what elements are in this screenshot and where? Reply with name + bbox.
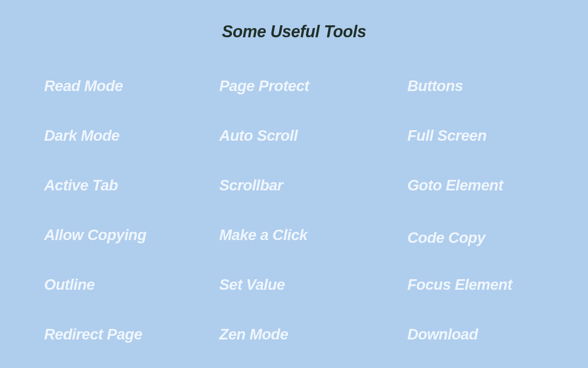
- tool-buttons[interactable]: Buttons: [395, 77, 551, 95]
- tool-full-screen[interactable]: Full Screen: [395, 127, 551, 144]
- tool-download[interactable]: Download: [395, 326, 551, 343]
- tool-focus-element[interactable]: Focus Element: [395, 276, 551, 293]
- tool-active-tab[interactable]: Active Tab: [44, 177, 201, 194]
- tool-goto-element[interactable]: Goto Element: [395, 177, 551, 194]
- tool-dark-mode[interactable]: Dark Mode: [44, 127, 201, 144]
- tool-page-protect[interactable]: Page Protect: [219, 77, 376, 95]
- tool-scrollbar[interactable]: Scrollbar: [219, 177, 376, 194]
- tool-make-a-click[interactable]: Make a Click: [219, 226, 376, 244]
- tool-redirect-page[interactable]: Redirect Page: [44, 326, 201, 343]
- tools-grid: Read Mode Page Protect Buttons Dark Mode…: [0, 41, 588, 343]
- tool-set-value[interactable]: Set Value: [219, 276, 376, 293]
- tool-zen-mode[interactable]: Zen Mode: [219, 326, 376, 343]
- tool-allow-copying[interactable]: Allow Copying: [44, 226, 201, 244]
- tool-read-mode[interactable]: Read Mode: [44, 77, 201, 95]
- tool-code-copy[interactable]: Code Copy: [395, 229, 551, 247]
- tool-outline[interactable]: Outline: [44, 276, 201, 293]
- page-title: Some Useful Tools: [0, 0, 588, 41]
- tool-auto-scroll[interactable]: Auto Scroll: [219, 127, 376, 144]
